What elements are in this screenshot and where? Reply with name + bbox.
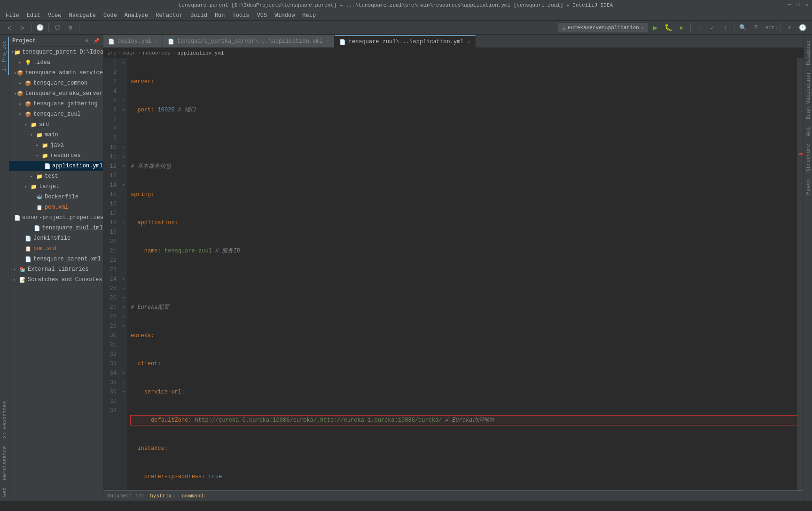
- tree-item-pom[interactable]: ▸ 📋 pom.xml: [9, 202, 103, 212]
- menu-code[interactable]: Code: [100, 10, 121, 21]
- run-btn[interactable]: ▶: [650, 22, 661, 33]
- menu-edit[interactable]: Edit: [23, 10, 44, 21]
- tree-item-ext-lib[interactable]: ▸ 📚 External Libraries: [9, 264, 103, 275]
- right-tab-validation[interactable]: Bean Validation: [804, 69, 812, 123]
- run-config-icon: ☕: [562, 24, 566, 31]
- menu-navigate[interactable]: Navigate: [65, 10, 100, 21]
- code-content[interactable]: server: port: 10020 # 端口 # 基本服务信息 spring…: [127, 58, 797, 490]
- fold-25[interactable]: ▾: [120, 284, 127, 293]
- tree-item-admin[interactable]: ▸ 📦 tensquare_admin_service: [9, 68, 103, 78]
- menu-analyze[interactable]: Analyze: [121, 10, 152, 21]
- fold-29[interactable]: ▾: [120, 322, 127, 331]
- tree-item-zuul[interactable]: ▾ 📦 tensquare_zuul: [9, 109, 103, 119]
- breadcrumb-main[interactable]: main: [123, 50, 135, 56]
- search-btn[interactable]: 🔍: [737, 22, 749, 33]
- fold-26[interactable]: ▾: [120, 293, 127, 303]
- tree-item-eureka[interactable]: ▸ 📦 tensquare_eureka_server: [9, 88, 103, 99]
- tab-deploy[interactable]: 📄 deploy.yml ✕: [103, 35, 163, 47]
- breadcrumb-item[interactable]: src: [107, 50, 117, 56]
- menu-vcs[interactable]: VCS: [253, 10, 271, 21]
- code-editor[interactable]: 1 2 3 4 5 6 7 8 9 10 11 12 13 14 15 16 1…: [103, 58, 804, 490]
- settings-btn[interactable]: ⚙: [65, 22, 76, 33]
- tree-label-common: tensquare_common: [33, 80, 87, 86]
- run-config[interactable]: ☕ EurekaServerApplication ▾: [558, 23, 648, 32]
- fold-34[interactable]: ▾: [120, 369, 127, 378]
- debug-btn[interactable]: 🐛: [663, 22, 674, 33]
- fold-27[interactable]: ▾: [120, 303, 127, 312]
- menu-refactor[interactable]: Refactor: [152, 10, 187, 21]
- menu-tools[interactable]: Tools: [229, 10, 253, 21]
- tab-close-eureka[interactable]: ✕: [327, 39, 329, 44]
- menu-build[interactable]: Build: [187, 10, 211, 21]
- fold-10[interactable]: ▾: [120, 143, 127, 152]
- breadcrumb-resources[interactable]: resources: [142, 50, 170, 56]
- fold-18[interactable]: ▾: [120, 218, 127, 228]
- tree-item-common[interactable]: ▸ 📦 tensquare_common: [9, 78, 103, 88]
- fold-6[interactable]: ▾: [120, 105, 127, 115]
- project-structure-btn[interactable]: ⬡: [52, 22, 63, 33]
- token-comment-port: # 端口: [175, 105, 196, 115]
- tree-item-main[interactable]: ▾ 📁 main: [9, 130, 103, 140]
- tree-item-jenkinsfile[interactable]: ▸ 📄 Jenkinsfile: [9, 233, 103, 244]
- tree-item-test[interactable]: ▸ 📁 test: [9, 171, 103, 181]
- run-coverage-btn[interactable]: ▶: [676, 22, 687, 33]
- tree-item-dockerfile[interactable]: ▸ 🐳 Dockerfile: [9, 192, 103, 202]
- maximize-btn[interactable]: □: [796, 2, 800, 8]
- tree-item-zuul-iml[interactable]: ▸ 📄 tensquare_zuul.iml: [9, 223, 103, 233]
- tree-item-root[interactable]: ▾ 📁 tensquare_parent D:\IdeaProje…: [9, 47, 103, 57]
- right-tab-structure[interactable]: Structure: [804, 140, 812, 175]
- menu-view[interactable]: View: [44, 10, 65, 21]
- tree-item-sonar[interactable]: ▸ 📄 sonar-project.properties: [9, 212, 103, 223]
- git-commit-btn[interactable]: ✓: [707, 22, 718, 33]
- fold-36[interactable]: ▾: [120, 387, 127, 397]
- help-btn[interactable]: ?: [750, 22, 762, 33]
- tree-item-java[interactable]: ▸ 📁 java: [9, 140, 103, 150]
- tree-item-application-yml[interactable]: ▸ 📄 application.yml: [9, 161, 103, 171]
- fold-11[interactable]: ▾: [120, 152, 127, 162]
- fold-35[interactable]: ▾: [120, 378, 127, 387]
- code-line-3: [131, 134, 797, 143]
- tab-zuul[interactable]: 📄 tensquare_zuul\...\application.yml ✕: [335, 35, 476, 47]
- back-btn[interactable]: ◁: [4, 22, 15, 33]
- clock-btn[interactable]: 🕐: [797, 22, 808, 33]
- right-tab-maven[interactable]: Maven: [804, 175, 812, 198]
- tree-item-idea[interactable]: ▸ 💡 .idea: [9, 57, 103, 68]
- close-btn[interactable]: ✕: [805, 2, 808, 8]
- vtab-favorites[interactable]: 2: Favorites: [1, 397, 8, 442]
- panel-pin-btn[interactable]: 📌: [93, 37, 100, 45]
- panel-gear-btn[interactable]: ⚙: [83, 37, 91, 45]
- minimize-btn[interactable]: ─: [788, 2, 791, 8]
- run-recent-btn[interactable]: 🕐: [34, 22, 46, 33]
- tab-close-zuul[interactable]: ✕: [468, 39, 470, 45]
- fold-28[interactable]: ▾: [120, 312, 127, 322]
- right-tab-ant[interactable]: Ant: [804, 123, 812, 140]
- tree-item-gathering[interactable]: ▸ 📦 tensquare_gathering: [9, 99, 103, 109]
- fold-14[interactable]: ▾: [120, 181, 127, 190]
- tab-eureka[interactable]: 📄 tensquare_eureka_server\...\applicatio…: [163, 35, 335, 47]
- fold-12[interactable]: ▾: [120, 162, 127, 171]
- power-save-btn[interactable]: ⚡: [784, 22, 795, 33]
- vtab-persistence[interactable]: Persistence: [1, 442, 8, 484]
- tree-item-target[interactable]: ▸ 📁 target: [9, 181, 103, 192]
- menu-run[interactable]: Run: [211, 10, 229, 21]
- fold-5[interactable]: ▾: [120, 96, 127, 105]
- vtab-web[interactable]: Web: [1, 484, 8, 501]
- menu-file[interactable]: File: [2, 10, 23, 21]
- tree-item-src[interactable]: ▾ 📁 src: [9, 119, 103, 130]
- menu-help[interactable]: Help: [298, 10, 320, 21]
- breadcrumb-file[interactable]: application.yml: [177, 50, 224, 56]
- tree-item-scratches[interactable]: ▸ 📝 Scratches and Consoles: [9, 275, 103, 285]
- vtab-project[interactable]: 1: Project: [0, 37, 9, 75]
- tree-item-resources[interactable]: ▾ 📁 resources: [9, 150, 103, 161]
- menu-window[interactable]: Window: [271, 10, 298, 21]
- git-update-btn[interactable]: ↓: [694, 22, 705, 33]
- fold-1[interactable]: ▾: [120, 58, 127, 68]
- editor-scrollbar[interactable]: [797, 58, 804, 490]
- tree-item-pom-root[interactable]: ▸ 📋 pom.xml: [9, 244, 103, 254]
- right-tab-database[interactable]: Database: [804, 37, 812, 69]
- forward-btn[interactable]: ▷: [17, 22, 28, 33]
- tab-close-deploy[interactable]: ✕: [155, 39, 158, 44]
- tree-item-parent-xml[interactable]: ▸ 📄 tensquare_parent.xml: [9, 254, 103, 264]
- git-push-btn[interactable]: ↑: [720, 22, 731, 33]
- fold-24[interactable]: ▾: [120, 275, 127, 284]
